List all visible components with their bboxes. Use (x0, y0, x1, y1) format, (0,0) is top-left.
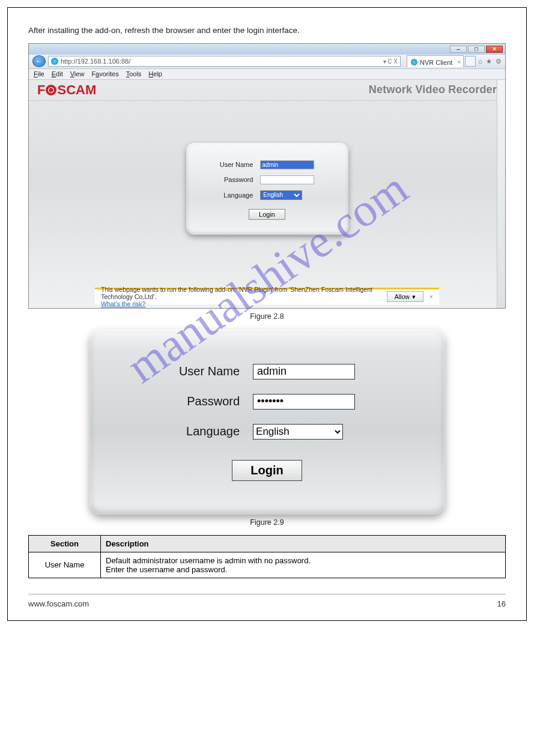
browser-window: – □ ✕ ← http://192.168.1.106:88/ ▾ C X N… (28, 43, 506, 309)
browser-tab[interactable]: NVR Client × (407, 55, 464, 67)
menu-edit[interactable]: Edit (52, 70, 63, 77)
menu-view[interactable]: View (70, 70, 85, 77)
home-icon[interactable]: ⌂ (478, 58, 482, 65)
url-text: http://192.168.1.106:88/ (61, 58, 381, 65)
vertical-scrollbar[interactable] (497, 80, 505, 308)
page-number: 16 (497, 599, 506, 608)
username-label-large: User Name (174, 357, 248, 387)
ie-addon-notification: This webpage wants to run the following … (95, 288, 439, 304)
page-content: FSCAM Network Video Recorder User Name P… (29, 80, 505, 308)
address-toolbar: ← http://192.168.1.106:88/ ▾ C X NVR Cli… (29, 55, 505, 69)
favorites-icon[interactable]: ★ (486, 58, 492, 65)
username-input-small[interactable] (260, 160, 314, 169)
intro-text: After installing the add-on, refresh the… (28, 25, 506, 37)
page-title: Network Video Recorder (369, 83, 497, 96)
tools-icon[interactable]: ⚙ (496, 58, 502, 65)
menu-favorites[interactable]: Favorites (91, 70, 118, 77)
language-select-large[interactable]: English (253, 424, 343, 440)
allow-button[interactable]: Allow▾ (387, 291, 423, 302)
password-input-large[interactable] (253, 394, 355, 410)
back-button[interactable]: ← (32, 55, 46, 67)
tab-favicon-icon (411, 59, 417, 65)
password-label-small: Password (217, 172, 258, 187)
login-button-small[interactable]: Login (249, 209, 285, 220)
table-cell-section: User Name (29, 552, 101, 578)
username-label-small: User Name (217, 157, 258, 172)
username-input-large[interactable] (253, 364, 355, 380)
login-button-large[interactable]: Login (232, 460, 302, 481)
password-input-small[interactable] (260, 175, 314, 184)
table-row: User Name Default administrator username… (29, 552, 506, 578)
window-titlebar: – □ ✕ (29, 44, 505, 55)
language-select-small[interactable]: English (260, 190, 302, 200)
refresh-stop-group[interactable]: ▾ C X (383, 58, 398, 65)
window-minimize-button[interactable]: – (450, 46, 467, 53)
figure-label-29: Figure 2.9 (28, 518, 506, 527)
login-panel-large: User Name Password Language English Logi… (90, 329, 445, 515)
divider (29, 100, 505, 101)
window-close-button[interactable]: ✕ (486, 46, 503, 53)
language-label-small: Language (217, 187, 258, 203)
figure-label-28: Figure 2.8 (28, 312, 506, 321)
table-header-section: Section (29, 535, 101, 552)
page-footer: www.foscam.com 16 (28, 594, 506, 608)
password-label-large: Password (174, 387, 248, 417)
menu-bar: File Edit View Favorites Tools Help (29, 69, 505, 80)
menu-help[interactable]: Help (148, 70, 162, 77)
login-panel-small: User Name Password Language English Logi… (186, 143, 348, 235)
menu-tools[interactable]: Tools (126, 70, 142, 77)
footer-url: www.foscam.com (28, 599, 89, 608)
menu-file[interactable]: File (34, 70, 44, 77)
logo-o-icon (46, 85, 56, 95)
notification-close-icon[interactable]: × (429, 293, 433, 300)
addon-message: This webpage wants to run the following … (101, 286, 372, 300)
table-header-description: Description (101, 535, 506, 552)
foscam-logo: FSCAM (37, 82, 96, 98)
ie-icon (51, 58, 58, 65)
tab-close-icon[interactable]: × (458, 59, 461, 65)
address-bar[interactable]: http://192.168.1.106:88/ ▾ C X (48, 56, 401, 67)
risk-link[interactable]: What's the risk? (101, 300, 145, 307)
toolbar-right-icons: ⌂ ★ ⚙ (478, 58, 502, 65)
table-cell-description: Default administrator username is admin … (101, 552, 506, 578)
language-label-large: Language (174, 417, 248, 447)
tab-title: NVR Client (420, 59, 452, 66)
window-maximize-button[interactable]: □ (468, 46, 485, 53)
new-tab-button[interactable] (465, 56, 476, 67)
chevron-down-icon: ▾ (412, 293, 416, 300)
description-table: Section Description User Name Default ad… (28, 535, 506, 578)
